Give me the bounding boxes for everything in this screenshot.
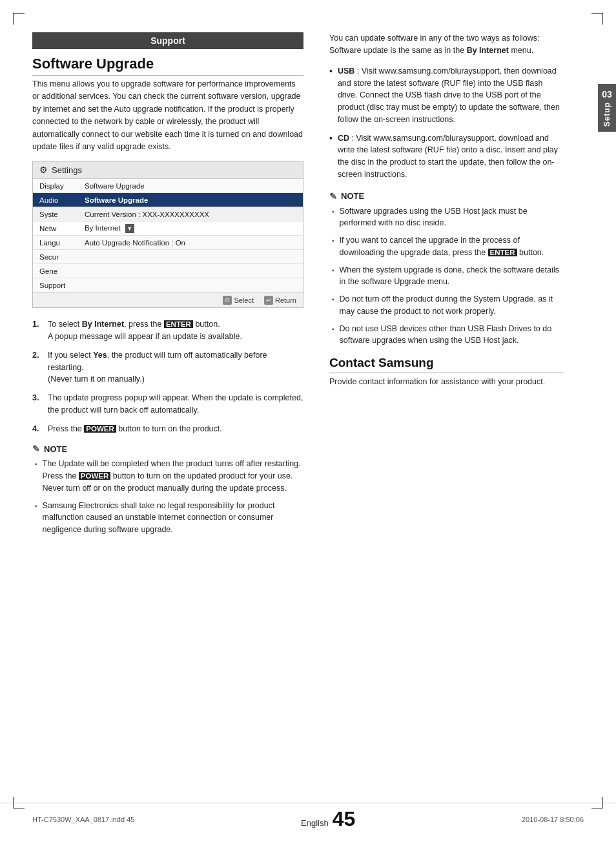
note-icon-left: ✎ bbox=[32, 444, 40, 454]
settings-footer: ⊙ Select ↩ Return bbox=[33, 293, 303, 307]
note-header-right: ✎ NOTE bbox=[329, 191, 564, 201]
step-4: 4. Press the POWER button to turn on the… bbox=[32, 423, 303, 435]
page-number: 45 bbox=[333, 807, 356, 831]
side-tab-label: Setup bbox=[602, 102, 611, 127]
step-3-num: 3. bbox=[32, 392, 43, 417]
note-text-right-5: Do not use USB devices other than USB Fl… bbox=[340, 323, 564, 347]
note-label-right: NOTE bbox=[341, 191, 364, 201]
support-header: Support bbox=[32, 32, 303, 49]
note-label-left: NOTE bbox=[44, 444, 67, 454]
settings-row-network: Netw By Internet ▼ bbox=[33, 221, 303, 236]
settings-row-support: Support bbox=[33, 278, 303, 293]
note-text-right-2: If you want to cancel the upgrade in the… bbox=[340, 234, 564, 259]
settings-title-label: Settings bbox=[52, 165, 82, 175]
bullet-item-cd: • CD : Visit www.samsung.com/bluraysuppo… bbox=[329, 132, 564, 181]
bullet-item-usb: • USB : Visit www.samsung.com/bluraysupp… bbox=[329, 65, 564, 126]
corner-mark-tr bbox=[591, 13, 603, 25]
note-icon-right: ✎ bbox=[329, 191, 337, 201]
row-label-display: Display bbox=[39, 182, 85, 190]
bullet-dot-usb: • bbox=[329, 65, 333, 126]
note-bullet-r2: ▪ bbox=[332, 236, 334, 259]
note-list-right: ▪ Software upgrades using the USB Host j… bbox=[329, 205, 564, 347]
left-column: Support Software Upgrade This menu allow… bbox=[32, 32, 303, 545]
bullet-content-cd: CD : Visit www.samsung.com/bluraysupport… bbox=[338, 132, 564, 181]
step-1-num: 1. bbox=[32, 318, 43, 343]
note-item-right-5: ▪ Do not use USB devices other than USB … bbox=[329, 323, 564, 347]
return-icon: ↩ bbox=[264, 296, 273, 305]
note-section-left: ✎ NOTE ▪ The Update will be completed wh… bbox=[32, 444, 303, 536]
step-4-num: 4. bbox=[32, 423, 43, 435]
row-label-security: Secur bbox=[39, 253, 85, 261]
bullet-label-cd: CD bbox=[338, 134, 349, 143]
note-bullet-1: ▪ bbox=[35, 459, 37, 494]
note-item-right-4: ▪ Do not turn off the product during the… bbox=[329, 293, 564, 318]
right-column: You can update software in any of the tw… bbox=[323, 32, 564, 545]
contact-samsung-text: Provide contact information for assistan… bbox=[329, 376, 564, 388]
note-item-left-1: ▪ The Update will be completed when the … bbox=[32, 458, 303, 494]
contact-samsung-title: Contact Samsung bbox=[329, 356, 564, 373]
page-footer: HT-C7530W_XAA_0817.indd 45 English 45 20… bbox=[0, 803, 616, 831]
note-section-right: ✎ NOTE ▪ Software upgrades using the USB… bbox=[329, 191, 564, 347]
page-number-block: English 45 bbox=[301, 807, 355, 831]
step-2: 2. If you select Yes, the product will t… bbox=[32, 349, 303, 386]
side-tab-number: 03 bbox=[602, 89, 612, 99]
settings-row-general: Gene bbox=[33, 264, 303, 278]
bullet-dot-cd: • bbox=[329, 132, 333, 181]
note-bullet-r1: ▪ bbox=[332, 207, 334, 230]
row-value-network: By Internet ▼ bbox=[85, 224, 296, 233]
step-3: 3. The update progress popup will appear… bbox=[32, 392, 303, 417]
row-value-version: Current Version : XXX-XXXXXXXXXX bbox=[85, 211, 296, 218]
language-label: English bbox=[301, 818, 329, 828]
note-item-left-2: ▪ Samsung Electronics shall take no lega… bbox=[32, 500, 303, 536]
note-item-right-2: ▪ If you want to cancel the upgrade in t… bbox=[329, 234, 564, 259]
row-value-audio: Software Upgrade bbox=[85, 196, 296, 204]
select-button: ⊙ Select bbox=[223, 296, 254, 305]
corner-mark-tl bbox=[13, 13, 25, 25]
step-2-text: If you select Yes, the product will turn… bbox=[48, 349, 303, 386]
settings-box: ⚙ Settings Display Software Upgrade Audi… bbox=[32, 161, 303, 308]
row-label-support-menu: Support bbox=[39, 282, 85, 289]
bullet-content-usb: USB : Visit www.samsung.com/bluraysuppor… bbox=[338, 65, 564, 126]
row-value-autoupgrade: Auto Upgrade Notification : On bbox=[85, 239, 296, 247]
section-title: Software Upgrade bbox=[32, 56, 303, 76]
note-text-left-1: The Update will be completed when the pr… bbox=[43, 458, 303, 494]
settings-row-security: Secur bbox=[33, 250, 303, 264]
settings-title-bar: ⚙ Settings bbox=[33, 161, 303, 179]
bullet-list: • USB : Visit www.samsung.com/bluraysupp… bbox=[329, 65, 564, 181]
note-list-left: ▪ The Update will be completed when the … bbox=[32, 458, 303, 536]
select-icon: ⊙ bbox=[223, 296, 232, 305]
step-1: 1. To select By Internet, press the ENTE… bbox=[32, 318, 303, 343]
note-bullet-r5: ▪ bbox=[332, 324, 334, 347]
row-label-network: Netw bbox=[39, 225, 85, 232]
note-text-left-2: Samsung Electronics shall take no legal … bbox=[43, 500, 303, 536]
row-value-display: Software Upgrade bbox=[85, 182, 296, 190]
row-label-general: Gene bbox=[39, 267, 85, 275]
step-1-text: To select By Internet, press the ENTER b… bbox=[48, 318, 303, 343]
dropdown-arrow: ▼ bbox=[125, 224, 134, 233]
row-label-audio: Audio bbox=[39, 196, 85, 204]
return-button: ↩ Return bbox=[264, 296, 296, 305]
footer-filename: HT-C7530W_XAA_0817.indd 45 bbox=[32, 816, 134, 823]
note-bullet-r4: ▪ bbox=[332, 294, 334, 318]
intro-text: This menu allows you to upgrade software… bbox=[32, 78, 303, 153]
row-label-system: Syste bbox=[39, 211, 85, 218]
note-text-right-1: Software upgrades using the USB Host jac… bbox=[340, 205, 564, 230]
settings-row-audio: Audio Software Upgrade bbox=[33, 193, 303, 207]
gear-icon: ⚙ bbox=[39, 165, 48, 175]
note-text-right-3: When the system upgrade is done, check t… bbox=[340, 264, 564, 289]
bullet-label-usb: USB bbox=[338, 67, 354, 76]
step-4-text: Press the POWER button to turn on the pr… bbox=[48, 423, 303, 435]
settings-row-language: Langu Auto Upgrade Notification : On bbox=[33, 236, 303, 250]
note-bullet-r3: ▪ bbox=[332, 265, 334, 289]
note-item-right-1: ▪ Software upgrades using the USB Host j… bbox=[329, 205, 564, 230]
note-header-left: ✎ NOTE bbox=[32, 444, 303, 454]
footer-timestamp: 2010-08-17 8:50:06 bbox=[522, 816, 584, 823]
select-label: Select bbox=[234, 296, 254, 304]
note-text-right-4: Do not turn off the product during the S… bbox=[340, 293, 564, 318]
main-content: Support Software Upgrade This menu allow… bbox=[0, 0, 616, 584]
right-intro-text: You can update software in any of the tw… bbox=[329, 32, 564, 57]
step-3-text: The update progress popup will appear. W… bbox=[48, 392, 303, 417]
steps-list: 1. To select By Internet, press the ENTE… bbox=[32, 318, 303, 435]
row-label-language: Langu bbox=[39, 239, 85, 247]
note-item-right-3: ▪ When the system upgrade is done, check… bbox=[329, 264, 564, 289]
